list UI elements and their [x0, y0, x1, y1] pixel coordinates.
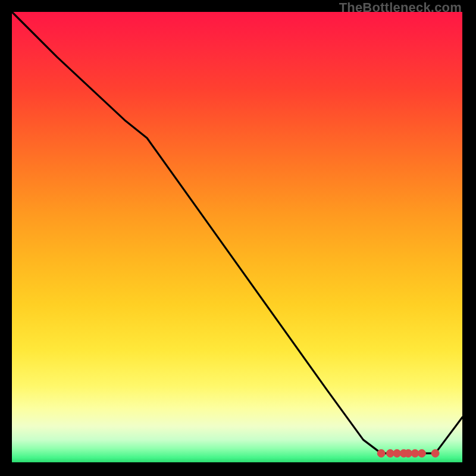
range-marker [431, 449, 439, 457]
range-marker [377, 449, 385, 457]
bottleneck-curve [12, 12, 462, 453]
range-marker [418, 449, 425, 457]
chart-overlay [12, 12, 462, 462]
